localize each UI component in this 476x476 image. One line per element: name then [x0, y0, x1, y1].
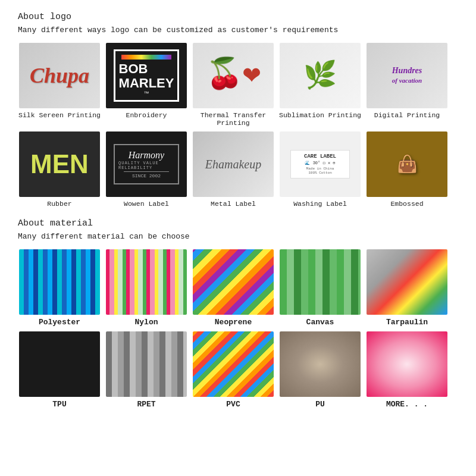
item-label: Thermal Transfer Printing: [192, 111, 275, 127]
rpet-image: [106, 331, 187, 397]
list-item: PVC: [192, 331, 275, 409]
material-row-1: Polyester Nylon Neoprene Canvas Tarpauli…: [18, 249, 458, 327]
list-item: Neoprene: [192, 249, 275, 327]
tarpaulin-swatch: [367, 249, 447, 315]
washing-image: CARE LABEL 🌊 30° ◻ ✕ ⊖ Made in China100%…: [280, 131, 361, 197]
material-subtitle: Many different material can be choose: [18, 232, 458, 241]
polyester-image: [19, 249, 100, 315]
list-item: PU: [278, 331, 362, 409]
logo-row-2: MEN Rubber Harmony QUALITY VALUE RELIABI…: [18, 131, 458, 208]
list-item: Hundresof vacation Digital Printing: [365, 43, 449, 127]
item-label: Enbroidery: [126, 111, 167, 119]
mat-label: MORE. . .: [386, 400, 428, 409]
item-label: Metal Label: [211, 200, 256, 208]
logo-subtitle: Many different ways logo can be customiz…: [18, 26, 458, 35]
item-label: Wowen Label: [124, 200, 169, 208]
neoprene-swatch: [193, 249, 274, 315]
tarpaulin-image: [367, 249, 447, 315]
list-item: CARE LABEL 🌊 30° ◻ ✕ ⊖ Made in China100%…: [278, 131, 362, 208]
item-label: Embossed: [390, 200, 423, 208]
cherry-logo: 🍒❤️: [201, 46, 266, 105]
list-item: BOBMARLEY ™ Enbroidery: [105, 43, 188, 127]
list-item: Harmony QUALITY VALUE RELIABILITY SINCE …: [105, 131, 188, 208]
mat-label: Canvas: [306, 318, 334, 327]
harmony-sub: QUALITY VALUE RELIABILITY: [118, 161, 174, 170]
embossed-image: 👜: [367, 131, 447, 197]
list-item: Tarpaulin: [365, 249, 449, 327]
list-item: Polyester: [18, 249, 101, 327]
material-row-2: TPU RPET PVC PU MORE. . .: [18, 331, 458, 409]
logo-title: About logo: [18, 12, 458, 22]
hearts: 🍒❤️: [206, 61, 261, 90]
bob-image: BOBMARLEY ™: [106, 43, 187, 108]
chupa-image: Chupa: [19, 43, 100, 108]
mat-label: Polyester: [39, 318, 80, 327]
logo-row-1: Chupa Silk Sereen Printing BOBMARLEY ™ E…: [18, 43, 458, 127]
list-item: Canvas: [278, 249, 362, 327]
pvc-image: [193, 331, 274, 397]
material-section: About material Many different material c…: [18, 218, 458, 409]
sublimation-logo: 🌿: [303, 59, 337, 92]
more-image: [367, 331, 447, 397]
mat-label: Nylon: [134, 318, 158, 327]
harmony-divider: [124, 171, 168, 172]
metal-image: Ehamakeup: [193, 131, 274, 197]
mat-label: RPET: [137, 400, 155, 409]
pvc-swatch: [193, 331, 274, 397]
bob-sub: ™: [144, 90, 149, 96]
more-swatch: [367, 331, 447, 397]
pu-swatch: [280, 331, 361, 397]
list-item: TPU: [18, 331, 101, 409]
tpu-swatch: [19, 331, 100, 397]
mat-label: Tarpaulin: [386, 318, 428, 327]
mat-label: PU: [315, 400, 325, 409]
nylon-image: [106, 249, 187, 315]
woven-image: Harmony QUALITY VALUE RELIABILITY SINCE …: [106, 131, 187, 197]
list-item: 🍒❤️ Thermal Transfer Printing: [192, 43, 275, 127]
rainbow-bar: [121, 55, 171, 60]
rpet-swatch: [106, 331, 187, 397]
digital-logo: Hundresof vacation: [389, 63, 425, 88]
list-item: 👜 Embossed: [365, 131, 449, 208]
item-label: Rubber: [47, 200, 71, 208]
rubber-image: MEN: [19, 131, 100, 197]
item-label: Washing Label: [293, 200, 347, 208]
item-label: Sublimation Printing: [279, 111, 361, 119]
list-item: MEN Rubber: [18, 131, 101, 208]
nylon-swatch: [106, 249, 187, 315]
harmony-title: Harmony: [129, 150, 164, 161]
mat-label: PVC: [226, 400, 240, 409]
tpu-image: [19, 331, 100, 397]
polyester-swatch: [19, 249, 100, 315]
pu-image: [280, 331, 361, 397]
harmony-since: SINCE 2002: [132, 173, 161, 178]
list-item: Ehamakeup Metal Label: [192, 131, 275, 208]
list-item: Nylon: [105, 249, 188, 327]
digital-image: Hundresof vacation: [367, 43, 447, 108]
metal-logo: Ehamakeup: [205, 158, 261, 171]
list-item: MORE. . .: [365, 331, 449, 409]
harmony-logo: Harmony QUALITY VALUE RELIABILITY SINCE …: [114, 144, 179, 184]
material-title: About material: [18, 218, 458, 228]
canvas-swatch: [280, 249, 361, 315]
men-logo: MEN: [30, 149, 89, 179]
mat-label: TPU: [52, 400, 66, 409]
item-label: Digital Printing: [374, 111, 440, 119]
neoprene-image: [193, 249, 274, 315]
canvas-image: [280, 249, 361, 315]
mat-label: Neoprene: [215, 318, 252, 327]
list-item: RPET: [105, 331, 188, 409]
embossed-logo: 👜: [397, 154, 418, 174]
list-item: 🌿 Sublimation Printing: [278, 43, 362, 127]
logo-section: About logo Many different ways logo can …: [18, 12, 458, 208]
sublimation-image: 🌿: [280, 43, 361, 108]
item-label: Silk Sereen Printing: [18, 111, 101, 119]
bob-name: BOBMARLEY: [119, 62, 174, 90]
washing-logo: CARE LABEL 🌊 30° ◻ ✕ ⊖ Made in China100%…: [290, 150, 350, 178]
bob-logo: BOBMARLEY ™: [114, 49, 179, 102]
list-item: Chupa Silk Sereen Printing: [18, 43, 101, 127]
chupa-logo: Chupa: [30, 63, 89, 88]
cherry-image: 🍒❤️: [193, 43, 274, 108]
